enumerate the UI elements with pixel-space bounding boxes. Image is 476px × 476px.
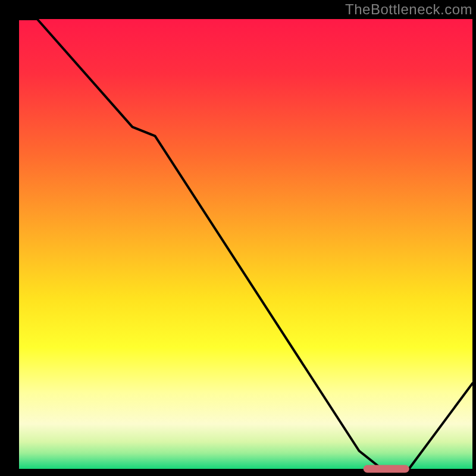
plot-background [19, 19, 472, 469]
optimal-range-marker [364, 465, 409, 472]
watermark-text: TheBottleneck.com [345, 1, 472, 18]
chart-container: TheBottleneck.com [0, 0, 476, 476]
bottleneck-chart [0, 0, 476, 476]
